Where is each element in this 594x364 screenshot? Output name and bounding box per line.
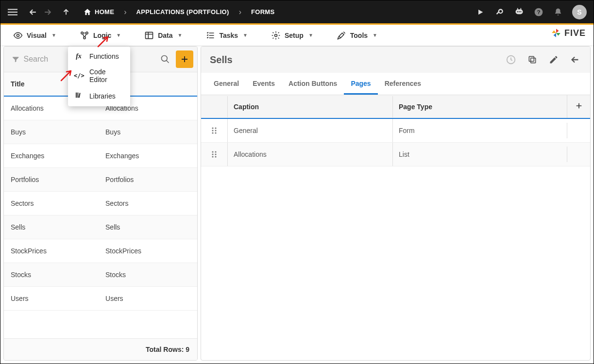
brand-text: FIVE [564, 28, 586, 38]
dropdown-label: Functions [89, 52, 119, 60]
back-arrow-icon[interactable] [569, 53, 581, 66]
menu-logic[interactable]: Logic▼ [75, 28, 126, 43]
svg-point-30 [212, 151, 213, 152]
breadcrumb-applications[interactable]: APPLICATIONS (PORTFOLIO) [134, 8, 232, 16]
menu-label: Logic [93, 32, 111, 39]
tab-general[interactable]: General [207, 73, 246, 95]
menu-tools[interactable]: Tools▼ [332, 28, 382, 43]
table-row[interactable]: SellsSells [4, 215, 197, 239]
bell-icon[interactable] [553, 7, 563, 17]
chat-icon[interactable] [514, 7, 525, 17]
plus-icon [180, 55, 189, 64]
svg-rect-11 [521, 8, 522, 9]
svg-rect-23 [529, 56, 534, 61]
cell-id: Sectors [99, 192, 197, 215]
col-page-type[interactable]: Page Type [392, 96, 567, 117]
drag-handle-icon[interactable] [201, 143, 227, 166]
table-row[interactable]: StockPricesStockPrices [4, 239, 197, 263]
chevron-right-icon: › [236, 8, 244, 17]
svg-rect-1 [8, 11, 17, 12]
svg-point-15 [81, 32, 83, 33]
svg-rect-18 [146, 32, 153, 38]
dropdown-item-code-editor[interactable]: </> Code Editor [68, 64, 130, 87]
table-row[interactable]: General Form [201, 119, 590, 143]
toolbar: Visual▼ Logic▼ Data▼ Tasks▼ Setup▼ Tools… [0, 25, 594, 46]
cell-id: Users [99, 287, 197, 310]
dropdown-item-functions[interactable]: fx Functions [68, 49, 130, 64]
back-icon[interactable] [28, 7, 38, 17]
cell-page-type: List [392, 143, 567, 166]
menu-label: Visual [27, 32, 47, 39]
svg-point-34 [212, 156, 213, 157]
breadcrumb-label: APPLICATIONS (PORTFOLIO) [136, 8, 229, 16]
svg-point-32 [212, 153, 213, 155]
menu-data[interactable]: Data▼ [139, 28, 187, 43]
tab-events[interactable]: Events [246, 73, 282, 95]
menu-tasks[interactable]: Tasks▼ [201, 28, 253, 43]
table-row[interactable]: SectorsSectors [4, 192, 197, 215]
table-row[interactable]: PortfoliosPortfolios [4, 168, 197, 192]
forms-table: Title ID AllocationsAllocationsBuysBuysE… [4, 72, 197, 360]
home-icon [83, 8, 92, 17]
tasks-icon [205, 31, 215, 40]
cell-id: Stocks [99, 263, 197, 286]
table-row[interactable]: BuysBuys [4, 120, 197, 144]
breadcrumb-home[interactable]: HOME [80, 8, 117, 17]
add-page-button[interactable] [567, 95, 590, 118]
tab-action-buttons[interactable]: Action Buttons [282, 73, 344, 95]
menu-label: Setup [285, 32, 304, 39]
tab-references[interactable]: References [378, 73, 428, 95]
cell-title: Buys [4, 120, 99, 144]
cell-title: StockPrices [4, 239, 99, 263]
up-icon[interactable] [61, 7, 71, 17]
svg-rect-22 [531, 58, 536, 63]
table-row[interactable]: ExchangesExchanges [4, 144, 197, 168]
cell-page-type: Form [392, 119, 567, 142]
table-row[interactable]: Allocations List [201, 143, 590, 166]
eye-icon [13, 31, 23, 40]
svg-point-8 [519, 11, 520, 12]
play-icon[interactable] [475, 7, 486, 17]
menu-setup[interactable]: Setup▼ [266, 28, 318, 43]
svg-point-24 [212, 127, 213, 129]
svg-point-35 [215, 156, 216, 157]
tools-icon [337, 31, 346, 40]
table-row[interactable]: UsersUsers [4, 287, 197, 311]
svg-rect-10 [517, 8, 518, 9]
add-button[interactable] [176, 50, 193, 68]
table-icon [144, 31, 154, 40]
search-icon[interactable] [494, 7, 505, 17]
svg-point-19 [275, 34, 277, 36]
dropdown-item-libraries[interactable]: Libraries [68, 87, 130, 104]
help-icon[interactable]: ? [533, 7, 544, 17]
svg-point-29 [215, 132, 216, 133]
svg-point-27 [215, 130, 216, 131]
cell-id: StockPrices [99, 239, 197, 263]
svg-text:?: ? [537, 9, 540, 15]
avatar[interactable]: S [572, 5, 587, 19]
brand-logo: FIVE [551, 28, 586, 38]
edit-icon[interactable] [547, 53, 560, 66]
svg-rect-37 [77, 93, 78, 98]
forward-icon [42, 7, 53, 17]
pages-table-header: Caption Page Type [201, 95, 590, 119]
drag-handle-icon[interactable] [201, 119, 227, 142]
menu-label: Tasks [219, 32, 238, 39]
search-button[interactable] [156, 50, 174, 68]
code-icon: </> [74, 72, 84, 79]
copy-icon[interactable] [526, 53, 539, 66]
filter-icon[interactable] [12, 55, 19, 64]
menu-icon[interactable] [7, 7, 18, 17]
cell-caption: Allocations [227, 143, 392, 166]
breadcrumb-forms[interactable]: FORMS [248, 8, 277, 16]
svg-point-14 [17, 34, 19, 36]
col-caption[interactable]: Caption [227, 96, 392, 117]
tab-pages[interactable]: Pages [344, 73, 377, 95]
detail-panel: Sells GeneralEventsAction ButtonsPagesRe… [201, 46, 591, 361]
menu-visual[interactable]: Visual▼ [8, 28, 61, 43]
svg-point-20 [162, 56, 168, 62]
table-row[interactable]: StocksStocks [4, 263, 197, 287]
svg-point-31 [215, 151, 216, 152]
detail-header: Sells [201, 47, 590, 73]
svg-rect-2 [8, 14, 17, 15]
